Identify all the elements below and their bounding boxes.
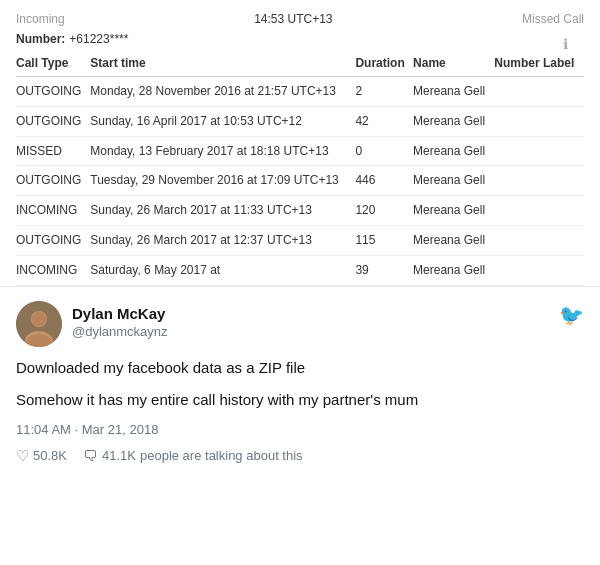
cell-duration: 2 xyxy=(355,77,413,107)
retweet-count: 41.1K xyxy=(102,448,136,463)
number-label: Number: xyxy=(16,32,65,46)
tweet-user: Dylan McKay @dylanmckaynz xyxy=(16,301,168,347)
cell-duration: 120 xyxy=(355,196,413,226)
cell-number-label xyxy=(494,196,584,226)
cell-name: Mereana Gell xyxy=(413,136,494,166)
avatar xyxy=(16,301,62,347)
call-table-container: Call Type Start time Duration Name Numbe… xyxy=(16,52,584,286)
like-count: 50.8K xyxy=(33,448,67,463)
cell-duration: 0 xyxy=(355,136,413,166)
cell-number-label xyxy=(494,255,584,285)
table-row: OUTGOINGSunday, 16 April 2017 at 10:53 U… xyxy=(16,106,584,136)
twitter-handle: @dylanmckaynz xyxy=(72,323,168,341)
top-incoming-label: Incoming xyxy=(16,12,65,26)
cell-name: Mereana Gell xyxy=(413,255,494,285)
table-row: OUTGOINGMonday, 28 November 2016 at 21:5… xyxy=(16,77,584,107)
table-row: INCOMINGSaturday, 6 May 2017 at39Mereana… xyxy=(16,255,584,285)
cell-start-time: Tuesday, 29 November 2016 at 17:09 UTC+1… xyxy=(90,166,355,196)
call-log-section: Incoming 14:53 UTC+13 Missed Call Number… xyxy=(0,0,600,287)
col-number-label: Number Label xyxy=(494,52,584,77)
cell-call-type: OUTGOING xyxy=(16,225,90,255)
retweet-action[interactable]: 🗨 41.1K people are talking about this xyxy=(83,447,303,464)
heart-icon: ♡ xyxy=(16,447,29,465)
cell-number-label xyxy=(494,166,584,196)
cell-start-time: Monday, 28 November 2016 at 21:57 UTC+13 xyxy=(90,77,355,107)
cell-call-type: OUTGOING xyxy=(16,166,90,196)
cell-name: Mereana Gell xyxy=(413,77,494,107)
retweet-icon: 🗨 xyxy=(83,447,98,464)
table-row: OUTGOINGSunday, 26 March 2017 at 12:37 U… xyxy=(16,225,584,255)
table-row: INCOMINGSunday, 26 March 2017 at 11:33 U… xyxy=(16,196,584,226)
cell-number-label xyxy=(494,225,584,255)
tweet-actions: ♡ 50.8K 🗨 41.1K people are talking about… xyxy=(16,447,584,465)
cell-name: Mereana Gell xyxy=(413,166,494,196)
cell-duration: 39 xyxy=(355,255,413,285)
cell-number-label xyxy=(494,136,584,166)
col-call-type: Call Type xyxy=(16,52,90,77)
col-duration: Duration xyxy=(355,52,413,77)
cell-start-time: Sunday, 26 March 2017 at 12:37 UTC+13 xyxy=(90,225,355,255)
display-name: Dylan McKay xyxy=(72,305,168,323)
table-row: MISSEDMonday, 13 February 2017 at 18:18 … xyxy=(16,136,584,166)
cell-duration: 42 xyxy=(355,106,413,136)
like-action[interactable]: ♡ 50.8K xyxy=(16,447,67,465)
tweet-line2: Somehow it has my entire call history wi… xyxy=(16,389,584,412)
cell-name: Mereana Gell xyxy=(413,196,494,226)
cell-name: Mereana Gell xyxy=(413,106,494,136)
cell-name: Mereana Gell xyxy=(413,225,494,255)
cell-number-label xyxy=(494,106,584,136)
table-row: OUTGOINGTuesday, 29 November 2016 at 17:… xyxy=(16,166,584,196)
cell-call-type: OUTGOING xyxy=(16,77,90,107)
cell-call-type: MISSED xyxy=(16,136,90,166)
tweet-line1: Downloaded my facebook data as a ZIP fil… xyxy=(16,357,584,380)
talking-about: people are talking about this xyxy=(140,448,303,463)
user-info: Dylan McKay @dylanmckaynz xyxy=(72,305,168,341)
svg-point-3 xyxy=(32,312,46,326)
twitter-bird-icon: 🐦 xyxy=(559,303,584,327)
cell-start-time: Sunday, 26 March 2017 at 11:33 UTC+13 xyxy=(90,196,355,226)
cell-call-type: INCOMING xyxy=(16,255,90,285)
cell-start-time: Saturday, 6 May 2017 at xyxy=(90,255,355,285)
col-name: Name xyxy=(413,52,494,77)
cell-start-time: Monday, 13 February 2017 at 18:18 UTC+13 xyxy=(90,136,355,166)
tweet-timestamp: 11:04 AM · Mar 21, 2018 xyxy=(16,422,584,437)
info-icon[interactable]: ℹ xyxy=(563,36,568,52)
cell-duration: 115 xyxy=(355,225,413,255)
tweet-card: Dylan McKay @dylanmckaynz 🐦 Downloaded m… xyxy=(0,287,600,477)
cell-number-label xyxy=(494,77,584,107)
col-start-time: Start time xyxy=(90,52,355,77)
tweet-text: Downloaded my facebook data as a ZIP fil… xyxy=(16,357,584,412)
top-missed-label: Missed Call xyxy=(522,12,584,26)
cell-start-time: Sunday, 16 April 2017 at 10:53 UTC+12 xyxy=(90,106,355,136)
number-value: +61223**** xyxy=(69,32,128,46)
cell-call-type: OUTGOING xyxy=(16,106,90,136)
cell-duration: 446 xyxy=(355,166,413,196)
top-time: 14:53 UTC+13 xyxy=(254,12,332,26)
cell-call-type: INCOMING xyxy=(16,196,90,226)
